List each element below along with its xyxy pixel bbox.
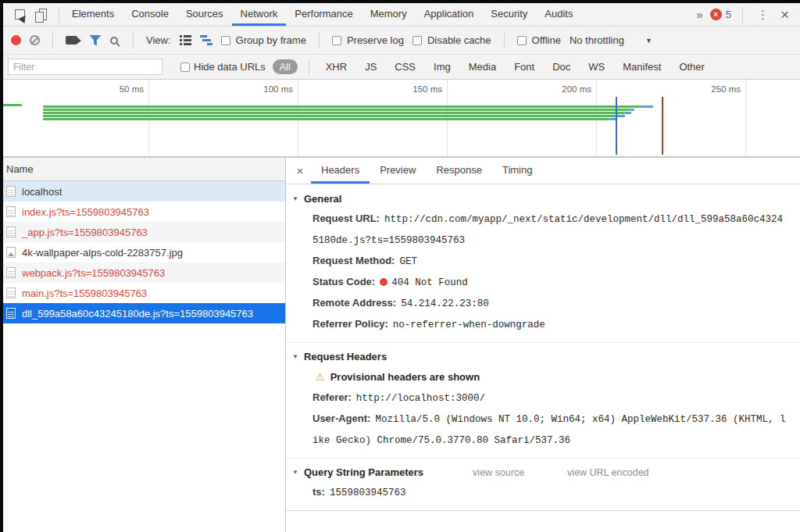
filter-type-xhr[interactable]: XHR (326, 61, 347, 73)
referrer-policy-row: Referrer Policy:no-referrer-when-downgra… (312, 314, 789, 335)
general-section-header[interactable]: ▼ General (292, 191, 789, 209)
error-count-badge[interactable]: × 5 (710, 9, 731, 20)
tab-preview[interactable]: Preview (370, 158, 426, 184)
filter-input[interactable] (8, 59, 162, 75)
field-value: no-referrer-when-downgrade (393, 320, 545, 330)
preserve-log-checkbox[interactable] (332, 36, 341, 45)
tab-elements[interactable]: Elements (63, 3, 123, 26)
hide-data-urls-label[interactable]: Hide data URLs (194, 61, 266, 73)
offline-label[interactable]: Offline (532, 34, 561, 46)
script-icon (6, 206, 16, 217)
filter-type-js[interactable]: JS (365, 61, 377, 73)
remote-address-row: Remote Address:54.214.22.23:80 (312, 293, 789, 314)
disclosure-triangle-icon[interactable]: ▼ (292, 469, 298, 476)
filter-type-doc[interactable]: Doc (552, 61, 570, 73)
devtools-menu-icon[interactable]: ⋮ (754, 8, 772, 22)
chevron-down-icon[interactable]: ▼ (645, 37, 652, 45)
name-header-label: Name (6, 163, 34, 175)
request-row-wallpaper-jpg[interactable]: 4k-wallpaper-alps-cold-2283757.jpg (0, 242, 285, 262)
throttling-select[interactable]: No throttling (570, 34, 624, 46)
tab-network[interactable]: Network (232, 3, 287, 26)
request-row-app-js[interactable]: _app.js?ts=1559803945763 (0, 222, 285, 242)
load-event-line (662, 97, 663, 155)
request-row-index-js[interactable]: index.js?ts=1559803945763 (0, 202, 285, 222)
field-value: 404 Not Found (391, 277, 468, 288)
tab-label: Security (491, 8, 527, 20)
filter-type-ws[interactable]: WS (588, 61, 605, 73)
tab-label: Performance (295, 8, 352, 20)
request-bar-green (43, 115, 616, 117)
filter-type-manifest[interactable]: Manifest (623, 61, 661, 73)
request-row-localhost[interactable]: localhost (0, 181, 285, 202)
tab-label: Elements (72, 8, 114, 20)
hide-data-urls-checkbox[interactable] (180, 62, 190, 72)
section-title: General (304, 193, 341, 205)
screenshot-edge-top (0, 0, 800, 3)
tab-response[interactable]: Response (426, 158, 492, 184)
clear-icon[interactable] (30, 35, 40, 45)
group-by-frame-checkbox[interactable] (221, 36, 230, 45)
field-value: http://localhost:3000/ (356, 393, 485, 404)
request-name: dll_599a58a60c43245180de.js?ts=155980394… (22, 308, 253, 320)
tab-application[interactable]: Application (416, 3, 483, 26)
inspect-element-button[interactable] (8, 3, 31, 26)
name-column-header[interactable]: Name (0, 158, 285, 181)
view-source-link[interactable]: view source (473, 467, 524, 478)
search-icon[interactable] (110, 37, 118, 45)
record-button[interactable] (11, 35, 21, 45)
filter-type-other[interactable]: Other (679, 61, 705, 73)
disclosure-triangle-icon[interactable]: ▼ (292, 195, 298, 202)
request-bar-blue-tip (642, 105, 653, 108)
large-rows-icon[interactable] (180, 35, 191, 45)
disable-cache-checkbox[interactable] (412, 36, 422, 45)
close-devtools-icon[interactable]: × (779, 6, 791, 23)
tab-audits[interactable]: Audits (536, 3, 581, 26)
tab-memory[interactable]: Memory (362, 3, 416, 26)
device-toolbar-button[interactable] (31, 3, 55, 26)
query-string-section: ▼ Query String Parameters view source vi… (286, 458, 800, 511)
tab-console[interactable]: Console (123, 3, 177, 26)
filter-type-all[interactable]: All (273, 59, 298, 74)
field-label: Request Method: (312, 255, 395, 266)
tab-headers[interactable]: Headers (311, 158, 370, 184)
field-label: ts: (312, 486, 325, 498)
tab-label: Memory (370, 8, 407, 20)
tab-label: Console (131, 8, 169, 20)
inspect-cursor-icon (15, 9, 25, 20)
query-string-section-header[interactable]: ▼ Query String Parameters view source vi… (292, 464, 789, 482)
filter-icon[interactable] (89, 35, 102, 46)
view-label: View: (146, 34, 171, 46)
show-overview-icon[interactable] (200, 35, 212, 45)
field-label: Referrer Policy: (312, 318, 388, 330)
timeline-overview[interactable]: 50 ms100 ms150 ms200 ms250 ms (0, 80, 800, 158)
request-bar-blue-tip (630, 109, 634, 111)
offline-checkbox[interactable] (517, 36, 527, 45)
close-details-icon[interactable]: × (289, 158, 311, 184)
disable-cache-label[interactable]: Disable cache (427, 34, 491, 46)
script-icon (6, 267, 16, 278)
tab-label: Network (241, 8, 278, 20)
warning-text: Provisional headers are shown (330, 371, 480, 383)
referer-row: Referer:http://localhost:3000/ (312, 387, 789, 409)
group-by-frame-label[interactable]: Group by frame (236, 34, 306, 46)
disclosure-triangle-icon[interactable]: ▼ (292, 353, 298, 360)
tab-performance[interactable]: Performance (286, 3, 361, 26)
preserve-log-label[interactable]: Preserve log (347, 34, 404, 46)
capture-screenshots-icon[interactable] (66, 36, 77, 45)
filter-type-img[interactable]: Img (434, 61, 451, 73)
request-headers-section-header[interactable]: ▼ Request Headers (292, 348, 789, 366)
more-tabs-icon[interactable]: » (696, 8, 702, 21)
tab-security[interactable]: Security (482, 3, 536, 26)
request-row-webpack-js[interactable]: webpack.js?ts=1559803945763 (0, 262, 285, 283)
view-url-encoded-link[interactable]: view URL encoded (567, 467, 648, 478)
request-row-main-js[interactable]: main.js?ts=1559803945763 (0, 283, 285, 303)
toolbar-separator (309, 59, 309, 75)
filter-type-media[interactable]: Media (469, 61, 496, 73)
request-name: main.js?ts=1559803945763 (22, 287, 147, 299)
filter-type-font[interactable]: Font (514, 61, 534, 73)
tab-timing[interactable]: Timing (492, 158, 543, 184)
tab-label: Sources (186, 8, 223, 20)
filter-type-css[interactable]: CSS (395, 61, 416, 73)
tab-sources[interactable]: Sources (177, 3, 232, 26)
request-row-dll-js-selected[interactable]: dll_599a58a60c43245180de.js?ts=155980394… (0, 303, 285, 323)
